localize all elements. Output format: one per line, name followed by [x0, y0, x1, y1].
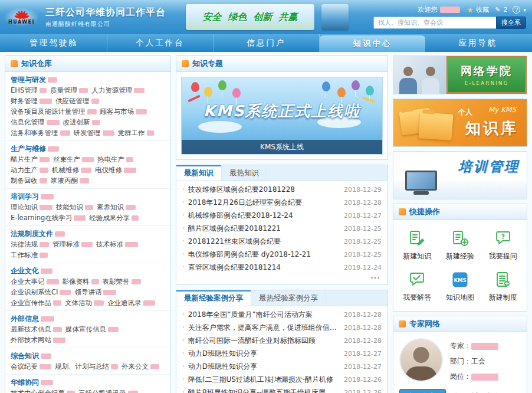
kb-category-link[interactable]: 经验成果分享	[89, 212, 141, 223]
experience-link[interactable]: 降低(二三期US过滤机工)封堵漏损次-醋片机修	[188, 375, 338, 385]
favorite-link[interactable]: 收藏	[476, 5, 489, 14]
quick-action-new-experience[interactable]: 新建经验	[439, 230, 482, 261]
kb-category-link[interactable]: 党群工作	[118, 127, 156, 138]
expert-field-value: 工会	[471, 356, 485, 366]
kb-category-link[interactable]: 管理标准	[52, 239, 95, 250]
kb-section-title[interactable]: 培训学习	[11, 192, 165, 202]
quick-action-new-knowledge[interactable]: 新建知识	[396, 230, 439, 261]
experience-link[interactable]: 醋片B班显性知识分享--调整五期干燥机床层厚度	[188, 388, 338, 393]
kb-category-link[interactable]: 设备项目及能源计量管理	[11, 106, 99, 117]
kb-category-link[interactable]: 理论知识	[11, 202, 55, 212]
favorite-star-icon[interactable]: ★	[467, 6, 473, 14]
notification-count[interactable]: 2	[503, 6, 507, 14]
kb-category-link[interactable]: 会议纪要	[11, 361, 54, 372]
kb-section-title[interactable]: 企业文化	[11, 266, 165, 276]
kb-category-link[interactable]: 制备回收	[11, 175, 50, 186]
chevron-down-icon[interactable]: ▾	[523, 7, 526, 13]
knowledge-link[interactable]: 20181221丝束区域例会纪要	[188, 237, 338, 247]
knowledge-link[interactable]: 醋片区域例会纪要20181221	[188, 224, 338, 234]
kb-category-link[interactable]: 素养知识	[97, 202, 138, 212]
kb-category-link[interactable]: 供应链管理	[55, 96, 101, 106]
kb-category-link[interactable]: 人力资源管理	[91, 85, 147, 96]
kb-category-link[interactable]: 外来公文	[121, 361, 162, 372]
kb-category-link[interactable]: 改进创新	[63, 117, 103, 127]
kb-category-link[interactable]: 最新技术信息	[11, 324, 64, 335]
my-kms-banner[interactable]: 个人 My KMS 知识库	[393, 99, 527, 147]
training-banner[interactable]: 培训管理	[393, 151, 527, 199]
global-search-button[interactable]: 搜全系	[496, 17, 526, 29]
kb-section-title[interactable]: 综合知识	[11, 351, 165, 361]
kb-category-link[interactable]: 文体活动	[65, 297, 106, 308]
bullet-icon: ·	[182, 349, 185, 358]
kb-category-link[interactable]: 顾客与市场	[100, 106, 150, 117]
topic-icon	[182, 60, 189, 67]
kb-category-link[interactable]: 规划、计划与总结	[55, 361, 120, 372]
quick-action-ask-question[interactable]: ?我要提问	[481, 230, 524, 261]
kb-category-link[interactable]: 媒体宣传信息	[65, 324, 121, 335]
kb-category-link[interactable]: 工作标准	[11, 250, 50, 260]
kb-category-link[interactable]: 企业识别系统CI	[11, 287, 73, 297]
kb-category-link[interactable]: 浆液丙酮	[51, 175, 91, 186]
kb-category-link[interactable]: E-learning在线学习	[11, 212, 88, 223]
kb-category-link[interactable]: 热电生产	[97, 154, 136, 165]
kb-section-title[interactable]: 管理与研发	[11, 75, 165, 85]
help-icon[interactable]: ?	[513, 6, 520, 14]
kb-category-link[interactable]: 质量管理	[50, 85, 90, 96]
kb-section-title[interactable]: 外部信息	[11, 314, 165, 324]
kb-category-link[interactable]: 机械维修	[52, 165, 94, 175]
nav-information-portal[interactable]: 信息门户	[214, 34, 320, 52]
quick-action-new-policy[interactable]: 新建制度	[481, 271, 524, 303]
ask-expert-button[interactable]: 向TA提问	[399, 389, 446, 393]
kb-category-link[interactable]: 企业通讯录	[107, 297, 157, 308]
knowledge-link[interactable]: 直管区域例会纪要20181214	[188, 263, 338, 273]
knowledge-link[interactable]: 2018年12月26日总经理室例会纪要	[188, 198, 338, 208]
knowledge-link[interactable]: 电仪维修部周例会纪要 dy2018-12-21	[188, 250, 338, 260]
knowledge-topics-header: 知识专题	[176, 56, 387, 72]
experience-link[interactable]: 南纤公司国际一流醋纤企业对标指标回顾	[188, 336, 338, 346]
kb-category-link[interactable]: 电仪维修	[95, 165, 139, 175]
knowledge-tab-1[interactable]: 最热知识	[222, 165, 267, 181]
kb-category-link[interactable]: 丝束生产	[53, 154, 96, 165]
kb-category-link[interactable]: 法律法规	[11, 239, 51, 250]
kb-category-link[interactable]: 三纤公司通讯录	[78, 388, 140, 393]
kb-category-link[interactable]: 表彰荣誉	[103, 276, 143, 287]
experience-link[interactable]: 关注客户需求，提高客户满意，促进班组价值提升（检验班）	[188, 323, 338, 333]
kb-section-title[interactable]: 生产与维修	[11, 144, 165, 154]
edit-icon[interactable]: ✎	[495, 6, 500, 14]
nav-management-cockpit[interactable]: 管理驾驶舱	[1, 34, 107, 52]
kb-category-link[interactable]: EHS管理	[11, 85, 49, 96]
knowledge-link[interactable]: 技改维修区域例会纪要20181228	[188, 185, 338, 195]
kb-category-link[interactable]: 醋片生产	[11, 154, 52, 165]
kb-category-link[interactable]: 技术标准	[96, 239, 140, 250]
kb-section-title[interactable]: 法规制度文件	[11, 229, 165, 239]
experience-link[interactable]: 动力D班隐性知识分享	[188, 349, 338, 359]
kb-category-link[interactable]: 信息化管理	[11, 117, 62, 127]
experience-tab-0[interactable]: 最新经验案例分享	[176, 290, 251, 306]
knowledge-tab-0[interactable]: 最新知识	[176, 165, 222, 181]
kb-category-link[interactable]: 企业大事记	[11, 276, 61, 287]
kms-launch-banner[interactable]: KMS系统正式上线啦 KMS系统上线	[181, 77, 383, 155]
kb-category-link[interactable]: 技能知识	[56, 202, 96, 212]
global-search-input[interactable]	[373, 17, 496, 29]
quick-action-answer-question[interactable]: 我要解答	[396, 271, 439, 303]
kb-category-link[interactable]: 财务管理	[11, 96, 54, 106]
experience-tab-1[interactable]: 最热经验案例分享	[251, 290, 326, 306]
kb-category-link[interactable]: 领导讲话	[74, 287, 119, 297]
kb-category-link[interactable]: 影像资料	[63, 276, 101, 287]
kb-section-title[interactable]: 华维协同	[11, 378, 165, 388]
kb-category-link[interactable]: 外部技术网站	[11, 335, 68, 345]
knowledge-more-link[interactable]: ···	[176, 274, 387, 284]
knowledge-link[interactable]: 机械维修部例会纪要2018-12-24	[188, 211, 338, 221]
nav-personal-workspace[interactable]: 个人工作台	[107, 34, 214, 52]
kb-category-link[interactable]: 企业宣传作品	[11, 297, 64, 308]
elearning-banner[interactable]: 网络学院 E-LEARNING	[393, 55, 527, 94]
kb-category-link[interactable]: 技术中心例会纪要	[11, 388, 77, 393]
kb-category-link[interactable]: 研发管理	[74, 127, 117, 138]
nav-knowledge-center[interactable]: 知识中心	[320, 35, 425, 52]
quick-action-knowledge-map[interactable]: KMS知识地图	[439, 271, 482, 303]
kb-category-link[interactable]: 动力生产	[11, 165, 51, 175]
kb-category-link[interactable]: 法务和事务管理	[11, 127, 73, 138]
experience-link[interactable]: 动力D班隐性知识分享	[188, 362, 338, 372]
experience-link[interactable]: 2018年全国“质量月”南纤公司活动方案	[188, 310, 338, 320]
nav-app-navigation[interactable]: 应用导航	[425, 34, 531, 52]
